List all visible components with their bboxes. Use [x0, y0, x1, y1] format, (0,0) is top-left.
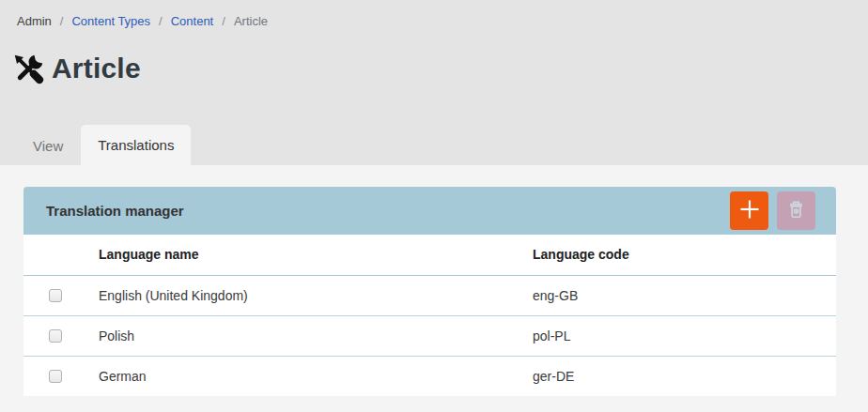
breadcrumb-item-admin: Admin [17, 14, 52, 28]
breadcrumb-separator: / [60, 14, 64, 28]
language-code-cell: ger-DE [533, 356, 836, 396]
table-row: Polish pol-PL [23, 315, 836, 356]
add-translation-button[interactable] [730, 191, 768, 230]
breadcrumb-separator: / [159, 14, 163, 28]
language-code-cell: pol-PL [533, 315, 836, 356]
delete-translation-button[interactable] [777, 191, 815, 230]
tools-icon [12, 53, 45, 85]
language-code-column-header: Language code [533, 235, 836, 275]
tab-bar: View Translations [0, 125, 868, 165]
panel-actions [730, 191, 815, 230]
translations-table: Language name Language code English (Uni… [23, 235, 836, 396]
breadcrumb: Admin / Content Types / Content / Articl… [0, 0, 868, 30]
row-checkbox[interactable] [49, 370, 62, 383]
table-row: German ger-DE [23, 356, 836, 396]
plus-icon [738, 198, 761, 223]
page-title: Article [52, 53, 141, 84]
language-name-cell: German [99, 356, 533, 396]
row-checkbox[interactable] [49, 289, 62, 302]
row-checkbox[interactable] [49, 329, 62, 343]
language-name-cell: Polish [99, 315, 533, 356]
breadcrumb-link-content[interactable]: Content [171, 14, 214, 28]
topbar: Admin / Content Types / Content / Articl… [0, 0, 868, 165]
trash-icon [784, 198, 808, 224]
page-title-row: Article [12, 49, 868, 88]
content-area: Translation manager [0, 165, 868, 396]
language-name-column-header: Language name [99, 235, 533, 275]
tab-view[interactable]: View [15, 127, 81, 165]
translation-manager-header: Translation manager [23, 187, 836, 235]
table-row: English (United Kingdom) eng-GB [23, 275, 836, 315]
table-header-row: Language name Language code [23, 235, 836, 275]
language-code-cell: eng-GB [533, 275, 836, 315]
translation-manager-panel: Translation manager [23, 187, 836, 396]
select-column-header [23, 235, 99, 275]
language-name-cell: English (United Kingdom) [99, 275, 533, 315]
panel-title: Translation manager [46, 203, 184, 219]
breadcrumb-separator: / [222, 14, 225, 28]
breadcrumb-item-article: Article [234, 14, 268, 28]
breadcrumb-link-content-types[interactable]: Content Types [71, 14, 150, 28]
tab-translations[interactable]: Translations [81, 125, 191, 165]
